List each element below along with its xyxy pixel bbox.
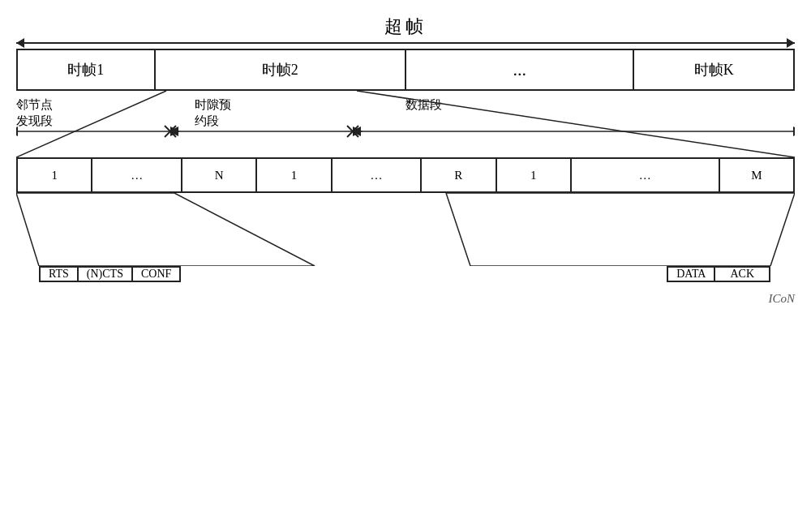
protocol-area: RTS (N)CTS CONF DATA ACK (16, 266, 795, 282)
neighbor-label: 邻节点 发现段 (16, 97, 53, 129)
timeframe-2: 时帧2 (156, 50, 406, 89)
seg-1b: 1 (257, 159, 332, 191)
seg-dots1: … (92, 159, 182, 191)
timeframes-row: 时帧1 时帧2 ... 时帧K (16, 49, 795, 91)
svg-line-8 (347, 126, 358, 137)
lower-section: 邻节点 发现段 时隙预 约段 数据段 (16, 91, 795, 282)
seg-N: N (182, 159, 257, 191)
right-protocol-group: DATA ACK (667, 266, 770, 282)
proto-rts: RTS (41, 268, 79, 281)
trapezoid-area (16, 193, 795, 266)
superframe-row: 超帧 (16, 15, 795, 44)
trapezoid-svg (16, 193, 795, 266)
left-protocol-group: RTS (N)CTS CONF (39, 266, 181, 282)
proto-ack: ACK (715, 268, 769, 281)
proto-data: DATA (668, 268, 715, 281)
seg-1c: 1 (497, 159, 572, 191)
seg-R: R (422, 159, 496, 191)
seg-dots3: … (572, 159, 720, 191)
superframe-arrow (16, 42, 795, 44)
timeframe-1: 时帧1 (18, 50, 156, 89)
icon-label: ICoN (16, 292, 795, 306)
superframe-arrow-line (16, 42, 795, 44)
svg-line-6 (165, 126, 176, 137)
seg-M: M (720, 159, 793, 191)
segments-row: 1 … N 1 … R 1 … M (16, 157, 795, 193)
timeframe-k: 时帧K (634, 50, 793, 89)
diagram-container: 超帧 时帧1 时帧2 ... 时帧K 邻节点 发现段 (16, 0, 795, 306)
svg-line-5 (165, 126, 176, 137)
data-segment-label: 数据段 (406, 97, 442, 114)
svg-line-7 (347, 126, 358, 137)
proto-ncts: (N)CTS (79, 268, 133, 281)
superframe-label: 超帧 (384, 15, 427, 39)
segment-labels-area: 邻节点 发现段 时隙预 约段 数据段 (16, 91, 795, 157)
proto-conf: CONF (133, 268, 179, 281)
timeframe-dots: ... (406, 50, 634, 89)
seg-dots2: … (333, 159, 422, 191)
slot-reservation-label: 时隙预 约段 (195, 97, 231, 129)
seg-1: 1 (18, 159, 92, 191)
